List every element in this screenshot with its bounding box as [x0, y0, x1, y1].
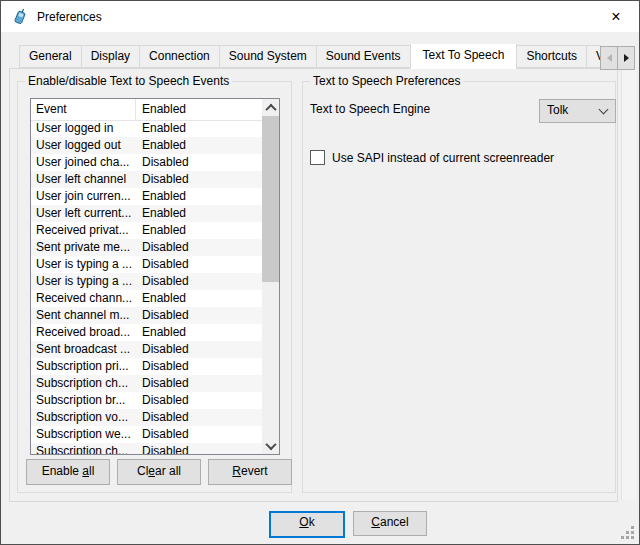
enabled-cell: Enabled [136, 205, 186, 222]
title-bar[interactable]: Preferences × [1, 1, 639, 32]
table-row[interactable]: User left current... Enabled [31, 205, 262, 222]
tab-prev-icon [607, 54, 612, 62]
tab-video[interactable]: Video [586, 45, 601, 68]
table-row[interactable]: Sent broadcast ... Disabled [31, 341, 262, 358]
enabled-cell: Enabled [136, 324, 186, 341]
sapi-checkbox-label: Use SAPI instead of current screenreader [332, 151, 554, 165]
enabled-cell: Enabled [136, 222, 186, 239]
ok-button[interactable]: Ok [269, 511, 345, 538]
enabled-cell: Disabled [136, 171, 189, 188]
event-list-scrollbar[interactable] [262, 99, 279, 454]
scroll-up-button[interactable] [262, 99, 279, 116]
window-title: Preferences [37, 10, 102, 24]
event-cell: User left channel [31, 171, 136, 188]
event-cell: Received privat... [31, 222, 136, 239]
table-row[interactable]: Subscription we... Disabled [31, 426, 262, 443]
enabled-cell: Enabled [136, 137, 186, 154]
tab-sound-system[interactable]: Sound System [219, 45, 317, 68]
table-row[interactable]: User logged out Enabled [31, 137, 262, 154]
enabled-cell: Disabled [136, 154, 189, 171]
scroll-down-button[interactable] [262, 437, 279, 454]
table-row[interactable]: User is typing a ... Disabled [31, 256, 262, 273]
event-cell: Subscription ch... [31, 443, 136, 454]
event-cell: Sent channel m... [31, 307, 136, 324]
table-row[interactable]: Sent channel m... Disabled [31, 307, 262, 324]
tab-sound-events[interactable]: Sound Events [316, 45, 411, 68]
event-cell: User joined cha... [31, 154, 136, 171]
enabled-cell: Disabled [136, 392, 189, 409]
table-row[interactable]: Subscription ch... Disabled [31, 375, 262, 392]
events-group: Enable/disable Text to Speech Events Eve… [17, 81, 292, 493]
tab-scroll-next-button[interactable] [617, 46, 635, 70]
revert-button[interactable]: Revert [208, 459, 292, 485]
preferences-dialog: Preferences × General Display Connection… [0, 0, 640, 545]
scrollbar-thumb[interactable] [262, 116, 279, 282]
enabled-cell: Enabled [136, 120, 186, 137]
table-row[interactable]: User logged in Enabled [31, 120, 262, 137]
event-list-rows: User logged in Enabled User logged out E… [31, 120, 262, 454]
tab-next-icon [624, 54, 629, 62]
tts-group-title: Text to Speech Preferences [310, 74, 463, 88]
enable-all-button[interactable]: Enable all [26, 459, 110, 485]
close-icon: × [611, 8, 620, 25]
resize-grip[interactable] [621, 526, 634, 539]
enabled-cell: Disabled [136, 341, 189, 358]
table-row[interactable]: User joined cha... Disabled [31, 154, 262, 171]
clear-all-button[interactable]: Clear all [117, 459, 201, 485]
enabled-cell: Disabled [136, 256, 189, 273]
table-row[interactable]: Received chann... Enabled [31, 290, 262, 307]
table-row[interactable]: Subscription pri... Disabled [31, 358, 262, 375]
event-cell: User is typing a ... [31, 273, 136, 290]
enabled-cell: Enabled [136, 188, 186, 205]
event-cell: Subscription vo... [31, 409, 136, 426]
chevron-down-icon [265, 438, 276, 449]
header-enabled[interactable]: Enabled [136, 99, 262, 120]
header-event[interactable]: Event [31, 99, 136, 120]
enabled-cell: Disabled [136, 375, 189, 392]
tab-text-to-speech[interactable]: Text To Speech [410, 44, 518, 69]
tab-scroll-buttons [601, 46, 635, 70]
table-row[interactable]: Subscription br... Disabled [31, 392, 262, 409]
enabled-cell: Disabled [136, 409, 189, 426]
tts-group: Text to Speech Preferences Text to Speec… [302, 81, 616, 493]
enabled-cell: Enabled [136, 290, 186, 307]
table-row[interactable]: User left channel Disabled [31, 171, 262, 188]
tab-display[interactable]: Display [81, 45, 140, 68]
chevron-up-icon [265, 103, 276, 114]
event-cell: Received broad... [31, 324, 136, 341]
event-cell: Subscription br... [31, 392, 136, 409]
combo-chevron-icon [599, 105, 609, 115]
sapi-checkbox[interactable] [310, 150, 325, 165]
event-cell: Sent broadcast ... [31, 341, 136, 358]
enabled-cell: Disabled [136, 273, 189, 290]
table-row[interactable]: Subscription ch... Disabled [31, 443, 262, 454]
engine-select[interactable]: Tolk [539, 99, 616, 123]
close-button[interactable]: × [599, 1, 633, 32]
table-row[interactable]: User join curren... Enabled [31, 188, 262, 205]
tab-connection[interactable]: Connection [139, 45, 220, 68]
sapi-option: Use SAPI instead of current screenreader [310, 150, 554, 165]
cancel-button[interactable]: Cancel [353, 511, 427, 536]
table-row[interactable]: Sent private me... Disabled [31, 239, 262, 256]
tab-general[interactable]: General [19, 45, 82, 68]
table-row[interactable]: Subscription vo... Disabled [31, 409, 262, 426]
engine-label: Text to Speech Engine [310, 102, 430, 116]
tab-bar: General Display Connection Sound System … [19, 44, 601, 69]
event-cell: Subscription pri... [31, 358, 136, 375]
content-scrollbar[interactable] [621, 69, 636, 500]
engine-selected-value: Tolk [547, 103, 568, 117]
enabled-cell: Disabled [136, 358, 189, 375]
table-row[interactable]: Received privat... Enabled [31, 222, 262, 239]
table-row[interactable]: User is typing a ... Disabled [31, 273, 262, 290]
enabled-cell: Disabled [136, 426, 189, 443]
events-group-title: Enable/disable Text to Speech Events [25, 74, 232, 88]
tab-scroll-prev-button[interactable] [600, 46, 618, 70]
event-cell: User is typing a ... [31, 256, 136, 273]
event-cell: Subscription we... [31, 426, 136, 443]
event-cell: Sent private me... [31, 239, 136, 256]
event-cell: Subscription ch... [31, 375, 136, 392]
table-row[interactable]: Received broad... Enabled [31, 324, 262, 341]
app-icon [12, 8, 29, 25]
tab-shortcuts[interactable]: Shortcuts [516, 45, 587, 68]
event-cell: Received chann... [31, 290, 136, 307]
